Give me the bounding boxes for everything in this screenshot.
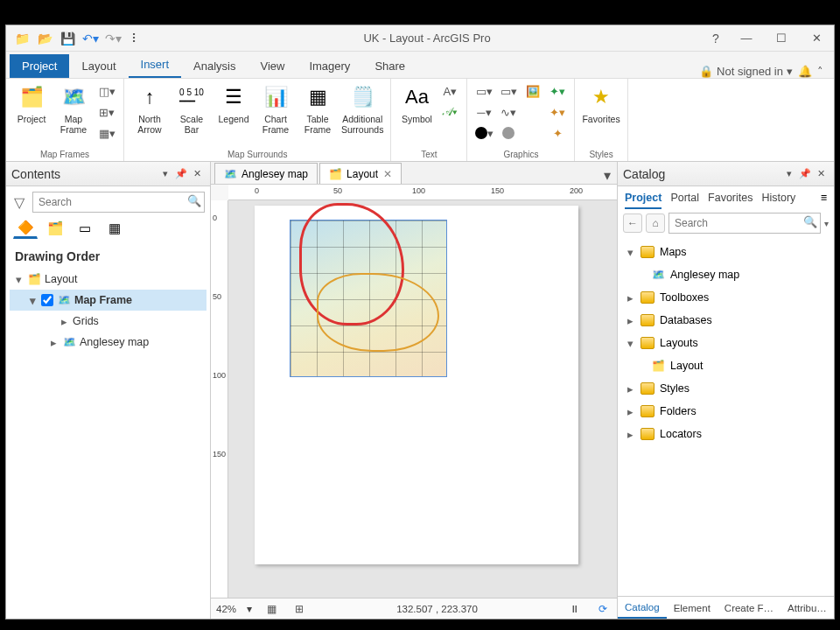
notifications-icon[interactable]: 🔔 (798, 65, 812, 78)
btab-element[interactable]: Element (667, 597, 718, 619)
picture-button[interactable]: 🖼️ (523, 82, 542, 100)
tab-project[interactable]: Project (10, 54, 69, 78)
close-pane-icon[interactable]: ✕ (813, 166, 829, 182)
list-by-drawing-order[interactable]: 🔶 (13, 218, 38, 239)
home-icon[interactable]: ⌂ (646, 214, 665, 233)
map-frame-element[interactable] (290, 220, 447, 377)
freehand-button[interactable]: ✦ (548, 124, 567, 142)
close-button[interactable]: ✕ (799, 25, 834, 52)
search-icon[interactable]: 🔍 (803, 215, 817, 228)
catalog-layout-item[interactable]: 🗂️ Layout (620, 354, 832, 377)
text-symbol-button[interactable]: Aa Symbol (398, 82, 435, 124)
catalog-search-input[interactable] (668, 213, 821, 234)
btab-catalog[interactable]: Catalog (618, 597, 667, 619)
zoom-level[interactable]: 42% (216, 604, 236, 614)
close-tab-icon[interactable]: ✕ (383, 168, 392, 180)
catalog-tab-favorites[interactable]: Favorites (708, 192, 752, 209)
list-by-source[interactable]: 🗂️ (43, 218, 67, 239)
rectangle-button[interactable]: ▭▾ (474, 82, 494, 100)
doctab-anglesey[interactable]: 🗺️ Anglesey map (214, 163, 318, 184)
collapse-icon[interactable]: ▾ (625, 246, 635, 259)
expand-icon[interactable]: ▸ (625, 382, 635, 396)
catalog-layouts[interactable]: ▾ Layouts (620, 332, 832, 354)
circle-button[interactable] (499, 124, 518, 142)
catalog-styles[interactable]: ▸ Styles (620, 377, 832, 400)
point-button[interactable]: ▾ (474, 124, 494, 142)
visibility-checkbox[interactable] (41, 294, 53, 306)
list-by-element-type[interactable]: ▦ (102, 218, 127, 239)
table-frame-button[interactable]: ▦ Table Frame (299, 82, 336, 135)
additional-surrounds-button[interactable]: 🗒️ Additional Surrounds (341, 82, 383, 135)
refresh-icon[interactable]: ⟳ (594, 601, 612, 617)
expand-icon[interactable]: ▸ (625, 314, 635, 327)
new-layout-button[interactable]: 🗂️ Project (13, 82, 50, 124)
curve-button[interactable]: ∿▾ (499, 103, 518, 121)
contents-search-input[interactable] (32, 192, 205, 213)
open-project-icon[interactable]: 📂 (36, 30, 53, 47)
search-icon[interactable]: 🔍 (187, 194, 201, 207)
tab-imagery[interactable]: Imagery (297, 54, 362, 78)
catalog-maps[interactable]: ▾ Maps (620, 241, 832, 263)
btab-create[interactable]: Create F… (718, 597, 780, 619)
doctabs-dropdown[interactable]: ▾ (601, 167, 617, 184)
tab-layout[interactable]: Layout (69, 54, 128, 78)
btab-attrib[interactable]: Attribu… (780, 597, 834, 619)
pin-icon[interactable]: 📌 (173, 166, 189, 182)
redo-icon[interactable]: ↷▾ (104, 30, 122, 47)
expand-icon[interactable]: ▸ (625, 428, 635, 441)
extent-button[interactable]: ⊞▾ (97, 103, 116, 121)
filter-icon[interactable]: ▽ (11, 194, 27, 210)
maximize-button[interactable]: ☐ (764, 25, 799, 52)
legend-button[interactable]: ☰ Legend (215, 82, 252, 124)
grid-snap-icon[interactable]: ▦ (262, 601, 280, 617)
qat-customize-icon[interactable]: ⠇ (127, 30, 144, 47)
line-button[interactable]: ─▾ (474, 103, 494, 121)
undo-icon[interactable]: ↶▾ (81, 30, 99, 47)
back-icon[interactable]: ← (623, 214, 642, 233)
catalog-toolboxes[interactable]: ▸ Toolboxes (620, 286, 832, 309)
collapse-ribbon-icon[interactable]: ˄ (817, 65, 823, 78)
new-project-icon[interactable]: 📁 (13, 30, 31, 47)
tab-analysis[interactable]: Analysis (181, 54, 248, 78)
straight-text-button[interactable]: A▾ (440, 82, 459, 100)
tree-map-frame[interactable]: ▾ 🗺️ Map Frame (10, 290, 206, 311)
help-icon[interactable]: ? (703, 32, 729, 46)
tree-anglesey[interactable]: ▸ 🗺️ Anglesey map (10, 332, 206, 353)
curved-text-button[interactable]: 𝒜▾ (440, 103, 459, 121)
close-pane-icon[interactable]: ✕ (189, 166, 205, 182)
chart-frame-button[interactable]: 📊 Chart Frame (257, 82, 294, 135)
search-dropdown-icon[interactable]: ▾ (824, 219, 829, 228)
tab-insert[interactable]: Insert (129, 52, 182, 78)
catalog-tab-project[interactable]: Project (625, 192, 662, 209)
pane-menu-icon[interactable]: ▾ (158, 166, 173, 182)
grid-icon[interactable]: ⊞ (290, 601, 308, 617)
zoom-dropdown-icon[interactable]: ▾ (247, 603, 252, 615)
expand-icon[interactable]: ▸ (625, 291, 635, 304)
catalog-databases[interactable]: ▸ Databases (620, 309, 832, 332)
pause-drawing-icon[interactable]: ⏸ (566, 601, 584, 617)
cloud-button[interactable]: ✦▾ (548, 82, 567, 100)
catalog-locators[interactable]: ▸ Locators (620, 423, 832, 445)
expand-icon[interactable]: ▸ (48, 336, 59, 349)
rectangle2-button[interactable]: ▭▾ (499, 82, 518, 100)
catalog-anglesey-map[interactable]: 🗺️ Anglesey map (620, 263, 832, 286)
sign-in-button[interactable]: 🔒 Not signed in ▾ (699, 65, 793, 78)
tree-layout[interactable]: ▾ 🗂️ Layout (10, 269, 206, 290)
north-arrow-button[interactable]: ↑ North Arrow (131, 82, 168, 135)
expand-icon[interactable]: ▸ (59, 315, 69, 328)
reshape-button[interactable]: ◫▾ (97, 82, 116, 100)
catalog-folders[interactable]: ▸ Folders (620, 400, 832, 423)
collapse-icon[interactable]: ▾ (27, 294, 38, 307)
scale-bar-button[interactable]: 0 5 10━━━ Scale Bar (173, 82, 210, 135)
lasso-button[interactable]: ✦▾ (548, 103, 567, 121)
catalog-tab-history[interactable]: History (761, 192, 795, 209)
collapse-icon[interactable]: ▾ (13, 273, 24, 286)
map-frame-button[interactable]: 🗺️ Map Frame (55, 82, 92, 135)
pin-icon[interactable]: 📌 (797, 166, 813, 182)
list-by-selection[interactable]: ▭ (73, 218, 97, 239)
pane-menu-icon[interactable]: ▾ (781, 166, 797, 182)
tab-share[interactable]: Share (362, 54, 417, 78)
layout-page[interactable] (255, 206, 578, 564)
grid-button[interactable]: ▦▾ (97, 124, 116, 142)
catalog-tab-portal[interactable]: Portal (670, 192, 699, 209)
